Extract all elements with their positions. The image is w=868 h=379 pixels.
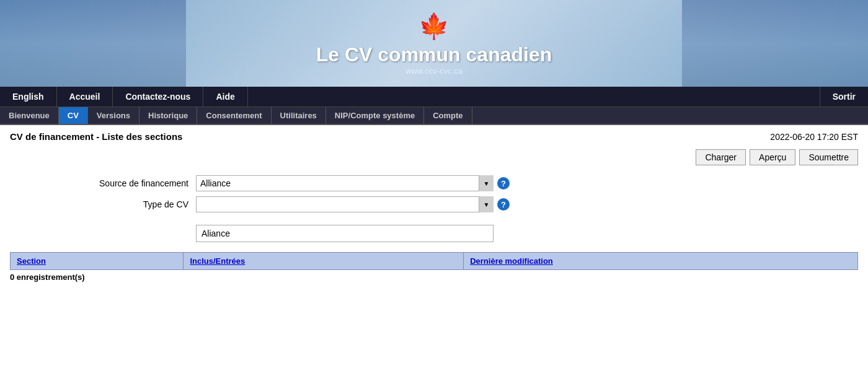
nav-historique[interactable]: Historique [140,107,197,124]
col-inclus-link[interactable]: Inclus/Entrées [190,256,245,266]
nav-sortir[interactable]: Sortir [820,87,868,107]
charger-button[interactable]: Charger [696,149,746,165]
site-title: Le CV commun canadien [316,43,552,66]
page-date: 2022-06-20 17:20 EST [770,132,858,142]
main-content: CV de financement - Liste des sections 2… [0,125,868,288]
page-header: 🍁 Le CV commun canadien www.ccv-cvc.ca [0,0,868,87]
nav-versions[interactable]: Versions [88,107,140,124]
nav-contactez[interactable]: Contactez-nous [113,87,203,107]
type-cv-label: Type de CV [72,199,196,209]
nav-nip-compte[interactable]: NIP/Compte système [326,107,424,124]
maple-icon: 🍁 [418,12,450,41]
source-financement-select[interactable]: Alliance [196,175,494,191]
page-header-row: CV de financement - Liste des sections 2… [10,131,858,142]
col-inclus: Inclus/Entrées [184,253,464,270]
type-cv-select[interactable]: Aliance [196,196,494,212]
form-area: Source de financement Alliance ▼ ? Type … [72,175,858,212]
nav-bienvenue[interactable]: Bienvenue [0,107,59,124]
table-footer: 0 enregistrement(s) [10,272,858,282]
dropdown-list: Aliance [196,225,494,242]
nav-accueil[interactable]: Accueil [57,87,113,107]
source-financement-help-icon[interactable]: ? [497,177,510,190]
nav-compte[interactable]: Compte [424,107,472,124]
site-subtitle: www.ccv-cvc.ca [405,66,463,76]
type-cv-row: Type de CV Aliance ▼ ? [72,196,858,212]
nav-utilitaires[interactable]: Utilitaires [272,107,326,124]
dropdown-list-item-aliance[interactable]: Aliance [197,225,493,242]
nav-consentement[interactable]: Consentement [197,107,271,124]
type-cv-control: Aliance ▼ ? [196,196,510,212]
apercu-button[interactable]: Aperçu [750,149,795,165]
page-title: CV de financement - Liste des sections [10,131,182,142]
nav-english[interactable]: English [0,87,57,107]
col-section-link[interactable]: Section [17,256,46,266]
primary-nav: English Accueil Contactez-nous Aide Sort… [0,87,868,107]
action-buttons: Charger Aperçu Soumettre [10,149,858,165]
sections-table: Section Inclus/Entrées Dernière modifica… [10,252,858,270]
col-section: Section [11,253,184,270]
nav-aide[interactable]: Aide [203,87,247,107]
source-financement-label: Source de financement [72,178,196,188]
table-header-row: Section Inclus/Entrées Dernière modifica… [11,253,858,270]
source-financement-control: Alliance ▼ ? [196,175,510,191]
secondary-nav: Bienvenue CV Versions Historique Consent… [0,107,868,125]
source-financement-select-wrapper: Alliance ▼ [196,175,494,191]
source-financement-row: Source de financement Alliance ▼ ? [72,175,858,191]
type-cv-select-wrapper: Aliance ▼ [196,196,494,212]
col-derniere-link[interactable]: Dernière modification [470,256,553,266]
type-cv-help-icon[interactable]: ? [497,198,510,211]
soumettre-button[interactable]: Soumettre [799,149,858,165]
nav-cv[interactable]: CV [59,107,88,124]
col-derniere: Dernière modification [464,253,858,270]
